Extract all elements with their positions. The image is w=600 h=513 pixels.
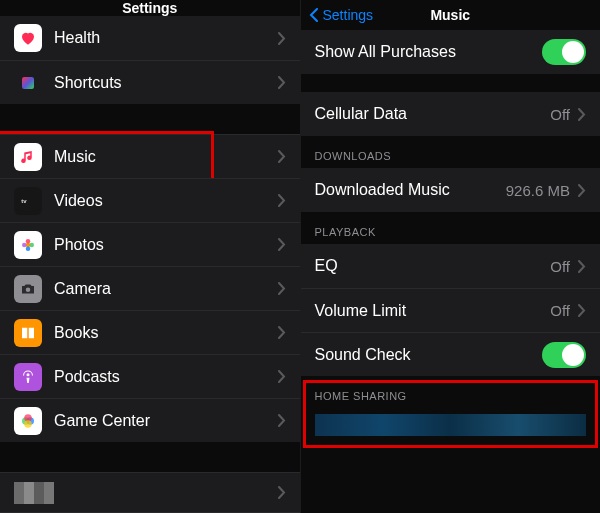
redacted-account[interactable] [315, 414, 587, 436]
settings-row-health[interactable]: Health [0, 16, 300, 60]
chevron-right-icon [278, 194, 286, 207]
chevron-right-icon [578, 184, 586, 197]
eq-row[interactable]: EQ Off [301, 244, 601, 288]
settings-title: Settings [122, 0, 177, 16]
row-label: Music [54, 148, 278, 166]
home-sharing-header: HOME SHARING [301, 376, 601, 408]
row-label: Cellular Data [315, 105, 551, 123]
svg-text:tv: tv [21, 198, 27, 204]
volume-limit-row[interactable]: Volume Limit Off [301, 288, 601, 332]
row-label: Photos [54, 236, 278, 254]
redacted-row[interactable] [0, 472, 300, 512]
chevron-right-icon [278, 32, 286, 45]
settings-row-videos[interactable]: tv Videos [0, 178, 300, 222]
svg-point-3 [26, 239, 31, 244]
settings-row-music[interactable]: Music [0, 134, 300, 178]
chevron-right-icon [578, 108, 586, 121]
cellular-data-row[interactable]: Cellular Data Off [301, 92, 601, 136]
home-sharing-section: HOME SHARING [301, 376, 601, 442]
toggle-switch[interactable] [542, 342, 586, 368]
settings-list: Health Shortcuts Music [0, 16, 300, 513]
svg-point-4 [30, 242, 35, 247]
book-icon [14, 319, 42, 347]
chevron-left-icon [309, 8, 321, 22]
downloads-header: DOWNLOADS [301, 136, 601, 168]
row-label: Volume Limit [315, 302, 551, 320]
chevron-right-icon [278, 414, 286, 427]
group-spacer [0, 442, 300, 472]
row-label: Shortcuts [54, 74, 278, 92]
game-icon [14, 407, 42, 435]
svg-point-7 [26, 287, 31, 292]
music-title: Music [430, 7, 470, 23]
row-label: Show All Purchases [315, 43, 543, 61]
svg-point-5 [26, 246, 31, 251]
chevron-right-icon [278, 370, 286, 383]
row-label: EQ [315, 257, 551, 275]
chevron-right-icon [278, 76, 286, 89]
chevron-right-icon [278, 486, 286, 499]
settings-row-shortcuts[interactable]: Shortcuts [0, 60, 300, 104]
music-settings-list: Show All Purchases Cellular Data Off DOW… [301, 30, 601, 442]
settings-row-photos[interactable]: Photos [0, 222, 300, 266]
chevron-right-icon [278, 238, 286, 251]
shortcut-icon [14, 69, 42, 97]
chevron-right-icon [278, 150, 286, 163]
playback-header: PLAYBACK [301, 212, 601, 244]
group-spacer [0, 104, 300, 134]
svg-point-8 [27, 373, 30, 376]
settings-pane: Settings Health Shortcuts [0, 0, 301, 513]
row-label: Downloaded Music [315, 181, 506, 199]
podcast-icon [14, 363, 42, 391]
settings-row-camera[interactable]: Camera [0, 266, 300, 310]
show-all-purchases-row[interactable]: Show All Purchases [301, 30, 601, 74]
row-label: Podcasts [54, 368, 278, 386]
row-label: Game Center [54, 412, 278, 430]
pixelated-icon [14, 482, 54, 504]
photos-icon [14, 231, 42, 259]
chevron-right-icon [578, 260, 586, 273]
nav-bar-right: Settings Music [301, 0, 601, 30]
chevron-right-icon [278, 282, 286, 295]
nav-bar-left: Settings [0, 0, 300, 16]
row-value: Off [550, 106, 570, 123]
tv-icon: tv [14, 187, 42, 215]
svg-rect-0 [22, 77, 34, 89]
heart-icon [14, 24, 42, 52]
row-label: Sound Check [315, 346, 543, 364]
chevron-right-icon [278, 326, 286, 339]
row-value: Off [550, 302, 570, 319]
toggle-switch[interactable] [542, 39, 586, 65]
settings-row-podcasts[interactable]: Podcasts [0, 354, 300, 398]
section-gap [301, 74, 601, 92]
row-label: Camera [54, 280, 278, 298]
row-label: Health [54, 29, 278, 47]
sound-check-row[interactable]: Sound Check [301, 332, 601, 376]
row-value: Off [550, 258, 570, 275]
settings-row-books[interactable]: Books [0, 310, 300, 354]
camera-icon [14, 275, 42, 303]
row-label: Books [54, 324, 278, 342]
row-value: 926.6 MB [506, 182, 570, 199]
back-label: Settings [323, 7, 374, 23]
music-icon [14, 143, 42, 171]
svg-point-12 [24, 420, 32, 428]
svg-point-6 [22, 242, 27, 247]
chevron-right-icon [578, 304, 586, 317]
back-button[interactable]: Settings [309, 7, 374, 23]
row-label: Videos [54, 192, 278, 210]
downloaded-music-row[interactable]: Downloaded Music 926.6 MB [301, 168, 601, 212]
music-pane: Settings Music Show All Purchases Cellul… [301, 0, 601, 513]
settings-row-game-center[interactable]: Game Center [0, 398, 300, 442]
